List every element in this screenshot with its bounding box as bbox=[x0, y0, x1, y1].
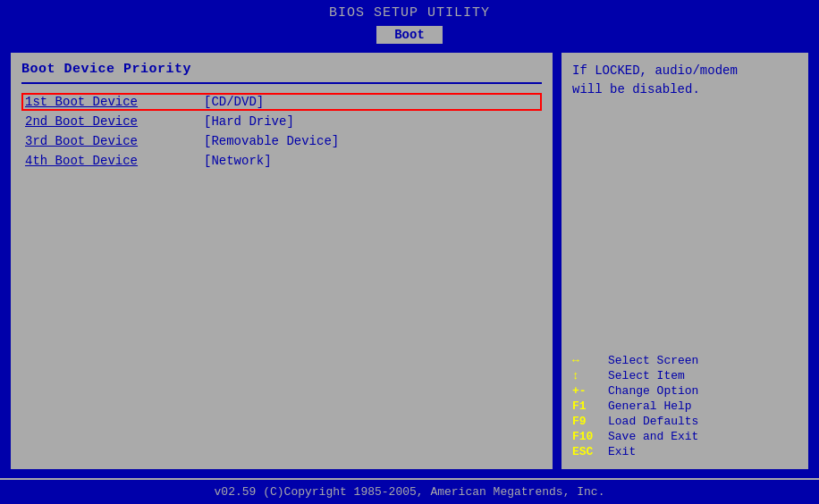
key-desc-ud: Select Item bbox=[608, 369, 685, 382]
key-row-plus-minus: +- Change Option bbox=[572, 384, 798, 398]
key-symbol-lr: ↔ bbox=[572, 354, 608, 367]
main-content: Boot Device Priority 1st Boot Device [CD… bbox=[9, 51, 810, 471]
boot-item-3-value: [Removable Device] bbox=[204, 134, 339, 148]
boot-item-2-value: [Hard Drive] bbox=[204, 114, 294, 129]
boot-item-1-label: 1st Boot Device bbox=[25, 95, 204, 109]
boot-item-4[interactable]: 4th Boot Device [Network] bbox=[21, 152, 542, 170]
footer: v02.59 (C)Copyright 1985-2005, American … bbox=[0, 478, 819, 504]
key-symbol-f1: F1 bbox=[572, 399, 608, 413]
tab-bar: Boot bbox=[0, 26, 819, 44]
boot-item-4-label: 4th Boot Device bbox=[25, 154, 204, 168]
key-row-up-down: ↕ Select Item bbox=[572, 369, 798, 382]
key-symbol-esc: ESC bbox=[572, 445, 608, 458]
key-symbol-f10: F10 bbox=[572, 430, 608, 443]
tab-boot[interactable]: Boot bbox=[376, 26, 443, 44]
key-symbol-f9: F9 bbox=[572, 415, 608, 428]
key-row-esc: ESC Exit bbox=[572, 445, 798, 458]
boot-item-3[interactable]: 3rd Boot Device [Removable Device] bbox=[21, 132, 542, 150]
key-desc-f1: General Help bbox=[608, 399, 692, 413]
key-desc-esc: Exit bbox=[608, 445, 636, 458]
key-desc-pm: Change Option bbox=[608, 384, 698, 398]
key-symbol-ud: ↕ bbox=[572, 369, 608, 382]
key-help-section: ↔ Select Screen ↕ Select Item +- Change … bbox=[572, 354, 798, 460]
help-text: If LOCKED, audio/modemwill be disabled. bbox=[572, 62, 798, 99]
boot-item-4-value: [Network] bbox=[204, 154, 272, 168]
boot-item-2-label: 2nd Boot Device bbox=[25, 114, 204, 129]
key-desc-f10: Save and Exit bbox=[608, 430, 698, 443]
key-row-f1: F1 General Help bbox=[572, 399, 798, 413]
right-panel: If LOCKED, audio/modemwill be disabled. … bbox=[560, 51, 810, 471]
key-symbol-pm: +- bbox=[572, 384, 608, 398]
boot-item-3-label: 3rd Boot Device bbox=[25, 134, 204, 148]
left-panel: Boot Device Priority 1st Boot Device [CD… bbox=[9, 51, 554, 471]
boot-item-1-value: [CD/DVD] bbox=[204, 95, 264, 109]
key-row-left-right: ↔ Select Screen bbox=[572, 354, 798, 367]
panel-divider bbox=[21, 82, 542, 84]
key-row-f10: F10 Save and Exit bbox=[572, 430, 798, 443]
key-desc-f9: Load Defaults bbox=[608, 415, 698, 428]
key-desc-lr: Select Screen bbox=[608, 354, 698, 367]
key-row-f9: F9 Load Defaults bbox=[572, 415, 798, 428]
bios-title: BIOS SETUP UTILITY bbox=[329, 5, 490, 21]
title-bar: BIOS SETUP UTILITY bbox=[0, 0, 819, 26]
panel-title: Boot Device Priority bbox=[21, 62, 542, 77]
footer-text: v02.59 (C)Copyright 1985-2005, American … bbox=[215, 485, 605, 499]
boot-item-1[interactable]: 1st Boot Device [CD/DVD] bbox=[21, 93, 542, 111]
boot-item-2[interactable]: 2nd Boot Device [Hard Drive] bbox=[21, 113, 542, 130]
